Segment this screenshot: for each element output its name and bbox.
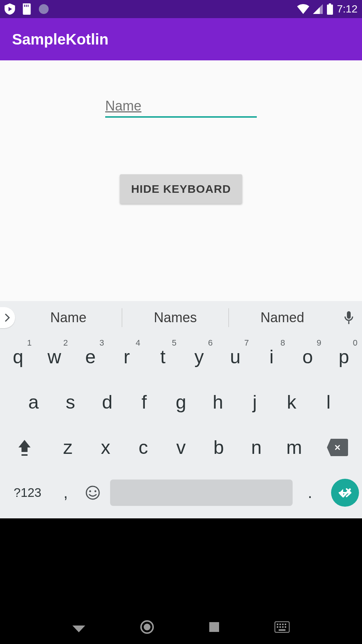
key-s[interactable]: s [52, 380, 89, 425]
svg-rect-14 [209, 622, 219, 632]
svg-rect-0 [24, 5, 25, 7]
svg-point-10 [89, 490, 91, 492]
hide-keyboard-button[interactable]: HIDE KEYBOARD [120, 174, 242, 204]
sd-card-icon [22, 3, 32, 15]
name-hint: Name [105, 98, 141, 114]
key-q[interactable]: q1 [0, 334, 36, 380]
key-c[interactable]: c [124, 425, 162, 470]
key-r[interactable]: r4 [109, 334, 145, 380]
status-bar: 7:12 [0, 0, 362, 18]
svg-rect-5 [327, 5, 333, 15]
key-v[interactable]: v [162, 425, 200, 470]
svg-rect-18 [282, 624, 284, 625]
svg-point-11 [95, 490, 97, 492]
key-n[interactable]: n [238, 425, 275, 470]
key-z[interactable]: z [49, 425, 87, 470]
svg-rect-8 [21, 454, 28, 456]
cell-signal-icon [313, 4, 323, 14]
key-t[interactable]: t5 [145, 334, 181, 380]
main-content: Name HIDE KEYBOARD [0, 60, 362, 301]
key-b[interactable]: b [200, 425, 238, 470]
key-l[interactable]: l [310, 380, 347, 425]
key-i[interactable]: i8 [253, 334, 290, 380]
comma-key[interactable]: , [52, 484, 79, 502]
key-p[interactable]: p0 [326, 334, 362, 380]
suggestion-1[interactable]: Name [15, 310, 122, 326]
suggestion-3[interactable]: Named [229, 310, 336, 326]
key-g[interactable]: g [163, 380, 199, 425]
soft-keyboard: Name Names Named q1 w2 e3 r4 t5 y6 u7 i8… [0, 301, 362, 518]
key-u[interactable]: u7 [217, 334, 253, 380]
space-key[interactable] [110, 480, 293, 506]
svg-rect-23 [285, 626, 286, 628]
back-button[interactable] [72, 622, 85, 632]
svg-rect-22 [282, 626, 284, 628]
key-a[interactable]: a [15, 380, 52, 425]
period-key[interactable]: . [296, 484, 324, 502]
key-y[interactable]: y6 [181, 334, 217, 380]
wifi-icon [297, 4, 309, 14]
app-bar: SampleKotlin [0, 18, 362, 60]
enter-key[interactable] [331, 479, 359, 507]
svg-rect-17 [279, 624, 281, 625]
key-m[interactable]: m [275, 425, 313, 470]
key-x[interactable]: x [87, 425, 124, 470]
key-h[interactable]: h [199, 380, 236, 425]
app-title: SampleKotlin [12, 31, 109, 48]
svg-rect-24 [279, 629, 285, 631]
navigation-bar [0, 610, 362, 644]
svg-rect-4 [329, 3, 331, 5]
key-o[interactable]: o9 [290, 334, 326, 380]
circle-icon [38, 4, 49, 14]
recents-button[interactable] [209, 621, 220, 633]
svg-rect-1 [26, 5, 27, 7]
svg-rect-2 [28, 5, 28, 7]
key-e[interactable]: e3 [72, 334, 109, 380]
svg-rect-6 [347, 311, 351, 319]
svg-rect-21 [279, 626, 281, 628]
key-j[interactable]: j [236, 380, 273, 425]
keyboard-switch-button[interactable] [275, 621, 290, 633]
keyboard-row-2: a s d f g h j k l [0, 380, 362, 425]
key-k[interactable]: k [273, 380, 310, 425]
voice-input-button[interactable] [336, 310, 362, 325]
svg-point-9 [86, 486, 99, 499]
suggestion-bar: Name Names Named [0, 301, 362, 334]
svg-rect-20 [277, 626, 278, 628]
home-button[interactable] [140, 620, 154, 634]
backspace-key[interactable] [313, 425, 362, 470]
name-field[interactable]: Name [105, 98, 257, 118]
key-w[interactable]: w2 [36, 334, 72, 380]
keyboard-row-1: q1 w2 e3 r4 t5 y6 u7 i8 o9 p0 [0, 334, 362, 380]
svg-point-3 [39, 4, 49, 14]
symbols-key[interactable]: ?123 [3, 486, 52, 500]
battery-icon [327, 3, 333, 15]
expand-suggestions-button[interactable] [0, 307, 15, 328]
keyboard-row-3: z x c v b n m [0, 425, 362, 470]
keyboard-row-4: ?123 , . [0, 470, 362, 515]
emoji-key[interactable] [79, 485, 106, 500]
key-d[interactable]: d [89, 380, 126, 425]
suggestion-2[interactable]: Names [122, 310, 229, 326]
svg-point-13 [144, 624, 150, 630]
svg-rect-19 [285, 624, 286, 625]
shift-key[interactable] [0, 425, 49, 470]
svg-rect-16 [277, 624, 278, 625]
play-protect-icon [5, 3, 15, 15]
key-f[interactable]: f [126, 380, 163, 425]
clock-time: 7:12 [337, 3, 358, 15]
